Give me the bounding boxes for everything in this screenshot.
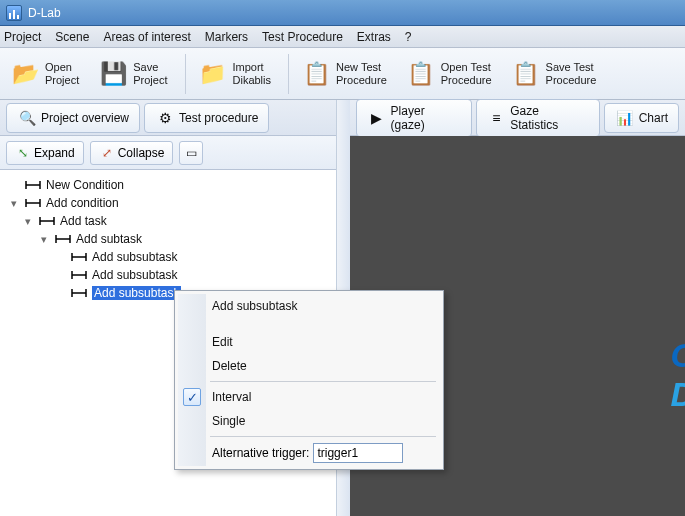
tree-twisty[interactable]: ▾ — [38, 233, 50, 246]
tree-node[interactable]: ▸New Condition — [4, 176, 345, 194]
app-title: D-Lab — [28, 6, 61, 20]
check-icon: ✓ — [183, 388, 201, 406]
tree-node[interactable]: ▾Add task — [4, 212, 345, 230]
save-project-button[interactable]: 💾SaveProject — [94, 52, 176, 96]
tree-twisty[interactable]: ▾ — [8, 197, 20, 210]
tree-toolbar: ⤡ Expand ⤢ Collapse ▭ — [0, 136, 349, 170]
tree-node-label: Add task — [60, 214, 107, 228]
tab-gaze-statistics-label: Gaze Statistics — [510, 104, 588, 132]
stats-icon: ≡ — [487, 108, 507, 128]
alternative-trigger-label: Alternative trigger: — [212, 446, 309, 460]
open-project-label: OpenProject — [45, 61, 79, 85]
tab-player-gaze-label: Player (gaze) — [391, 104, 461, 132]
tab-gaze-statistics[interactable]: ≡Gaze Statistics — [476, 99, 600, 137]
titlebar: D-Lab — [0, 0, 685, 26]
tab-test-procedure-label: Test procedure — [179, 111, 258, 125]
tree-node-label: Add subtask — [76, 232, 142, 246]
right-tabstrip: ▶Player (gaze)≡Gaze Statistics📊Chart — [350, 100, 685, 136]
folder-import-icon: 📁 — [197, 58, 229, 90]
collapse-button[interactable]: ⤢ Collapse — [90, 141, 174, 165]
ctx-single[interactable]: Single — [178, 409, 440, 433]
context-menu-separator — [210, 381, 436, 382]
tree-node[interactable]: ▾Add condition — [4, 194, 345, 212]
tree-node[interactable]: ▸Add subsubtask — [4, 248, 345, 266]
folder-open-icon: 📂 — [9, 58, 41, 90]
ctx-item-label: Add subsubtask — [212, 299, 297, 313]
brand-text: CD — [670, 336, 685, 414]
tab-test-procedure[interactable]: ⚙Test procedure — [144, 103, 269, 133]
interval-icon — [54, 232, 72, 246]
ctx-alternative-trigger-row: Alternative trigger: — [178, 440, 440, 466]
menu-test-procedure[interactable]: Test Procedure — [262, 30, 343, 44]
interval-icon — [24, 178, 42, 192]
interval-icon — [70, 268, 88, 282]
toolbar-separator — [185, 54, 186, 94]
ctx-edit[interactable]: Edit — [178, 330, 440, 354]
play-icon: ▶ — [367, 108, 387, 128]
save-test-procedure-button[interactable]: 📋Save TestProcedure — [507, 52, 606, 96]
menubar: ProjectSceneAreas of interestMarkersTest… — [0, 26, 685, 48]
menu-project[interactable]: Project — [4, 30, 41, 44]
alternative-trigger-input[interactable] — [313, 443, 403, 463]
tab-project-overview[interactable]: 🔍Project overview — [6, 103, 140, 133]
tab-chart-label: Chart — [639, 111, 668, 125]
import-dikablis-button[interactable]: 📁ImportDikablis — [194, 52, 281, 96]
ctx-item-label: Single — [212, 414, 245, 428]
tree-node-label: New Condition — [46, 178, 124, 192]
tree-node-label: Add subsubtask — [92, 250, 177, 264]
interval-icon — [70, 286, 88, 300]
menu-areas-of-interest[interactable]: Areas of interest — [103, 30, 190, 44]
ctx-item-label: Delete — [212, 359, 247, 373]
new-test-procedure-button[interactable]: 📋New TestProcedure — [297, 52, 396, 96]
tab-project-overview-label: Project overview — [41, 111, 129, 125]
floppy-icon: 💾 — [97, 58, 129, 90]
context-menu: Add subsubtaskEditDelete✓IntervalSingleA… — [174, 290, 444, 470]
clipboard-open-icon: 📋 — [405, 58, 437, 90]
menu-markers[interactable]: Markers — [205, 30, 248, 44]
gear-doc-icon: ⚙ — [155, 108, 175, 128]
ctx-item-label: Interval — [212, 390, 251, 404]
tree-node[interactable]: ▾Add subtask — [4, 230, 345, 248]
ctx-add-subsubtask[interactable]: Add subsubtask — [178, 294, 440, 318]
tree-node-label: Add subsubtask — [92, 268, 177, 282]
import-dikablis-label: ImportDikablis — [233, 61, 272, 85]
ctx-item-label: Edit — [212, 335, 233, 349]
collapse-icon: ⤢ — [99, 145, 115, 161]
tree-twisty[interactable]: ▾ — [22, 215, 34, 228]
open-project-button[interactable]: 📂OpenProject — [6, 52, 88, 96]
menu--[interactable]: ? — [405, 30, 412, 44]
menu-extras[interactable]: Extras — [357, 30, 391, 44]
tree-node-label: Add subsubtask — [92, 286, 181, 300]
menu-scene[interactable]: Scene — [55, 30, 89, 44]
expand-button[interactable]: ⤡ Expand — [6, 141, 84, 165]
tree-node[interactable]: ▸Add subsubtask — [4, 266, 345, 284]
tab-chart[interactable]: 📊Chart — [604, 103, 679, 133]
magnifier-icon: 🔍 — [17, 108, 37, 128]
open-test-procedure-button[interactable]: 📋Open TestProcedure — [402, 52, 501, 96]
main-toolbar: 📂OpenProject💾SaveProject📁ImportDikablis📋… — [0, 48, 685, 100]
left-tabstrip: 🔍Project overview⚙Test procedure — [0, 100, 349, 136]
clipboard-save-icon: 📋 — [510, 58, 542, 90]
collapse-label: Collapse — [118, 146, 165, 160]
doc-icon: ▭ — [186, 145, 197, 161]
interval-icon — [70, 250, 88, 264]
tab-player-gaze[interactable]: ▶Player (gaze) — [356, 99, 472, 137]
expand-icon: ⤡ — [15, 145, 31, 161]
interval-icon — [38, 214, 56, 228]
new-test-procedure-label: New TestProcedure — [336, 61, 387, 85]
interval-icon — [24, 196, 42, 210]
chart-icon: 📊 — [615, 108, 635, 128]
app-icon — [6, 5, 22, 21]
ctx-interval[interactable]: ✓Interval — [178, 385, 440, 409]
save-test-procedure-label: Save TestProcedure — [546, 61, 597, 85]
clipboard-new-icon: 📋 — [300, 58, 332, 90]
expand-label: Expand — [34, 146, 75, 160]
tree-node-label: Add condition — [46, 196, 119, 210]
toolbar-separator — [288, 54, 289, 94]
open-test-procedure-label: Open TestProcedure — [441, 61, 492, 85]
save-project-label: SaveProject — [133, 61, 167, 85]
tree-extra-button[interactable]: ▭ — [179, 141, 203, 165]
context-menu-separator — [210, 436, 436, 437]
ctx-delete[interactable]: Delete — [178, 354, 440, 378]
